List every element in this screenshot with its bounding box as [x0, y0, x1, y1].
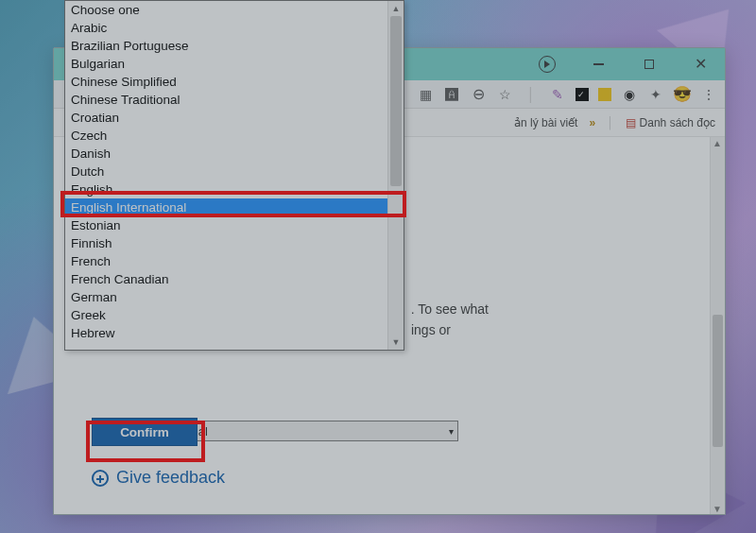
dropdown-item[interactable]: English International	[65, 198, 387, 216]
dropdown-item[interactable]: Chinese Traditional	[65, 91, 387, 109]
language-dropdown[interactable]: Choose oneArabicBrazilian PortugueseBulg…	[64, 0, 404, 351]
dropdown-item[interactable]: Bulgarian	[65, 55, 387, 73]
reading-list-button[interactable]: ▤ Danh sách đọc	[626, 116, 715, 129]
dropdown-item[interactable]: Greek	[65, 306, 387, 324]
reading-list-label: Danh sách đọc	[640, 116, 715, 129]
bookmark-label: ản lý bài viết	[514, 116, 577, 129]
confirm-wrap: Confirm	[92, 418, 198, 446]
content-scrollbar[interactable]: ▲ ▼	[710, 137, 725, 514]
menu-dots-icon[interactable]: ⋮	[700, 86, 717, 103]
dropdown-scroll-thumb[interactable]	[390, 16, 402, 186]
extension-black-icon[interactable]: ✓	[576, 88, 589, 101]
dropdown-item[interactable]: Estonian	[65, 216, 387, 234]
dropdown-scroll-up-icon[interactable]: ▲	[388, 1, 404, 16]
dropdown-item[interactable]: Choose one	[65, 1, 387, 19]
extension-pencil-icon[interactable]: ✎	[549, 86, 566, 103]
dropdown-item[interactable]: English	[65, 181, 387, 198]
dropdown-item[interactable]: German	[65, 288, 387, 306]
dropdown-item[interactable]: Finnish	[65, 234, 387, 252]
media-button[interactable]	[532, 51, 562, 77]
confirm-label: Confirm	[120, 425, 169, 439]
profile-avatar-icon[interactable]: 😎	[674, 86, 691, 103]
dropdown-item[interactable]: Arabic	[65, 19, 387, 37]
qr-icon[interactable]: ▦	[417, 86, 434, 103]
play-icon	[539, 56, 556, 73]
bookmarks-divider: │	[607, 116, 614, 129]
extension-yellow-icon[interactable]	[598, 88, 611, 101]
dropdown-item[interactable]: Chinese Simplified	[65, 73, 387, 91]
scroll-down-icon[interactable]: ▼	[713, 504, 722, 513]
dropdown-item[interactable]: Hebrew	[65, 324, 387, 342]
dropdown-scroll-down-icon[interactable]: ▼	[388, 335, 404, 350]
maximize-button[interactable]	[634, 51, 664, 77]
reading-list-icon: ▤	[626, 116, 636, 129]
feedback-label: Give feedback	[116, 468, 225, 488]
extensions-puzzle-icon[interactable]: ✦	[647, 86, 664, 103]
translate-icon[interactable]: 🅰	[443, 86, 460, 103]
give-feedback-link[interactable]: Give feedback	[92, 468, 225, 488]
close-icon: ✕	[695, 57, 707, 72]
plus-circle-icon	[92, 470, 109, 487]
extension-dark-icon[interactable]: ◉	[621, 86, 638, 103]
scroll-up-icon[interactable]: ▲	[713, 138, 722, 147]
zoom-out-icon[interactable]: ⊖	[470, 86, 487, 103]
star-icon[interactable]: ☆	[496, 86, 513, 103]
dropdown-scrollbar[interactable]: ▲ ▼	[387, 1, 404, 350]
dropdown-item[interactable]: Croatian	[65, 109, 387, 127]
close-button[interactable]: ✕	[685, 51, 715, 77]
confirm-button[interactable]: Confirm	[92, 418, 198, 446]
content-scroll-thumb[interactable]	[713, 315, 723, 447]
dropdown-item[interactable]: Czech	[65, 127, 387, 145]
bookmarks-overflow[interactable]: »	[589, 116, 595, 129]
bookmark-manage[interactable]: ản lý bài viết	[514, 116, 577, 129]
dropdown-item[interactable]: Danish	[65, 145, 387, 163]
dropdown-item[interactable]: Dutch	[65, 163, 387, 181]
dropdown-item[interactable]: French Canadian	[65, 270, 387, 288]
maximize-icon	[644, 60, 654, 69]
minimize-button[interactable]	[583, 51, 613, 77]
divider: │	[523, 86, 540, 103]
dropdown-item[interactable]: French	[65, 252, 387, 270]
dropdown-item[interactable]: Brazilian Portuguese	[65, 37, 387, 55]
chevron-down-icon: ▾	[449, 426, 454, 437]
minimize-icon	[593, 63, 604, 65]
